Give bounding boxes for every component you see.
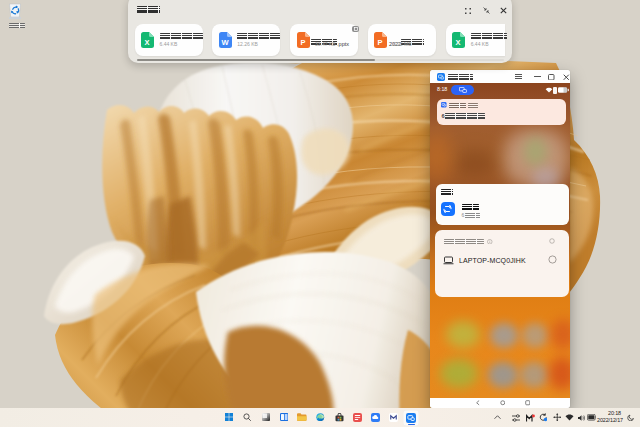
svg-text:P: P: [300, 38, 305, 47]
svg-text:P: P: [378, 38, 383, 47]
svg-text:X: X: [456, 38, 461, 47]
svg-text:X: X: [144, 38, 149, 47]
svg-text:W: W: [221, 38, 229, 47]
